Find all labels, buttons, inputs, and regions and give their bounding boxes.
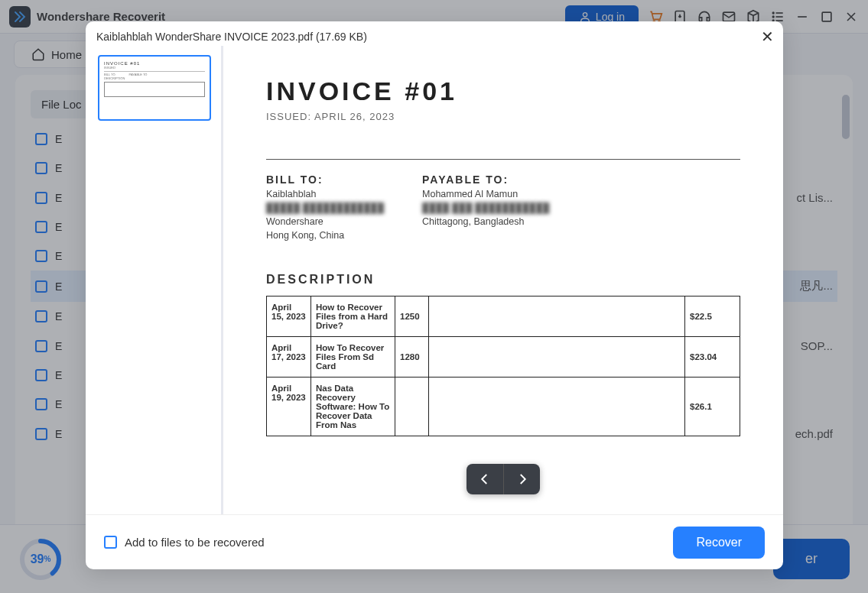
cell-blank bbox=[429, 296, 685, 337]
preview-modal: Kaiblahblah WonderShare INVOICE 2023.pdf… bbox=[86, 21, 783, 569]
cell-date: April 17, 2023 bbox=[267, 337, 311, 378]
payable-to-block: PAYABLE TO: Mohammed Al Mamun ████ ███ █… bbox=[422, 173, 549, 241]
bill-to-label: BILL TO: bbox=[266, 173, 384, 186]
cell-blank bbox=[429, 337, 685, 378]
modal-title: Kaiblahblah WonderShare INVOICE 2023.pdf… bbox=[96, 31, 367, 43]
cell-qty bbox=[395, 378, 429, 436]
cell-blank bbox=[429, 378, 685, 436]
page-thumbnail[interactable]: INVOICE #01 ISSUED BILL TOPAYABLE TO DES… bbox=[98, 55, 211, 121]
bill-city: Hong Kong, China bbox=[266, 230, 384, 241]
document-preview: INVOICE #01 ISSUED: APRIL 26, 2023 BILL … bbox=[223, 46, 783, 514]
invoice-title: INVOICE #01 bbox=[266, 76, 740, 106]
cell-desc: Nas Data Recovery Software: How To Recov… bbox=[311, 378, 395, 436]
invoice-issued: ISSUED: APRIL 26, 2023 bbox=[266, 111, 740, 122]
cell-amount: $23.04 bbox=[685, 337, 740, 378]
invoice-table: April 15, 2023 How to Recover Files from… bbox=[266, 296, 740, 436]
payable-blur: ████ ███ ███████████ bbox=[422, 203, 549, 213]
prev-page-button[interactable] bbox=[467, 464, 503, 494]
cell-date: April 15, 2023 bbox=[267, 296, 311, 337]
invoice-row: April 17, 2023 How To Recover Files From… bbox=[267, 337, 740, 378]
cell-desc: How To Recover Files From Sd Card bbox=[311, 337, 395, 378]
payable-name: Mohammed Al Mamun bbox=[422, 189, 549, 199]
cell-qty: 1280 bbox=[395, 337, 429, 378]
checkbox-icon bbox=[104, 536, 117, 549]
cell-amount: $26.1 bbox=[685, 378, 740, 436]
bill-company: Wondershare bbox=[266, 216, 384, 227]
cell-desc: How to Recover Files from a Hard Drive? bbox=[311, 296, 395, 337]
page-nav bbox=[467, 464, 540, 494]
cell-date: April 19, 2023 bbox=[267, 378, 311, 436]
description-label: DESCRIPTION bbox=[266, 273, 740, 287]
payable-city: Chittagong, Bangladesh bbox=[422, 216, 549, 227]
thumbnail-strip: INVOICE #01 ISSUED BILL TOPAYABLE TO DES… bbox=[86, 46, 223, 514]
recover-button[interactable]: Recover bbox=[673, 527, 765, 559]
modal-close-button[interactable]: ✕ bbox=[759, 28, 775, 46]
bill-blur: █████ ████████████ bbox=[266, 203, 384, 213]
cell-qty: 1250 bbox=[395, 296, 429, 337]
bill-name: Kaiblahblah bbox=[266, 189, 384, 199]
bill-to-block: BILL TO: Kaiblahblah █████ ████████████ … bbox=[266, 173, 384, 241]
cell-amount: $22.5 bbox=[685, 296, 740, 337]
invoice-row: April 15, 2023 How to Recover Files from… bbox=[267, 296, 740, 337]
add-to-recover-checkbox[interactable]: Add to files to be recovered bbox=[104, 536, 265, 549]
next-page-button[interactable] bbox=[503, 464, 540, 494]
invoice-row: April 19, 2023 Nas Data Recovery Softwar… bbox=[267, 378, 740, 436]
payable-to-label: PAYABLE TO: bbox=[422, 173, 549, 186]
divider bbox=[266, 159, 740, 160]
add-to-recover-label: Add to files to be recovered bbox=[125, 536, 265, 549]
